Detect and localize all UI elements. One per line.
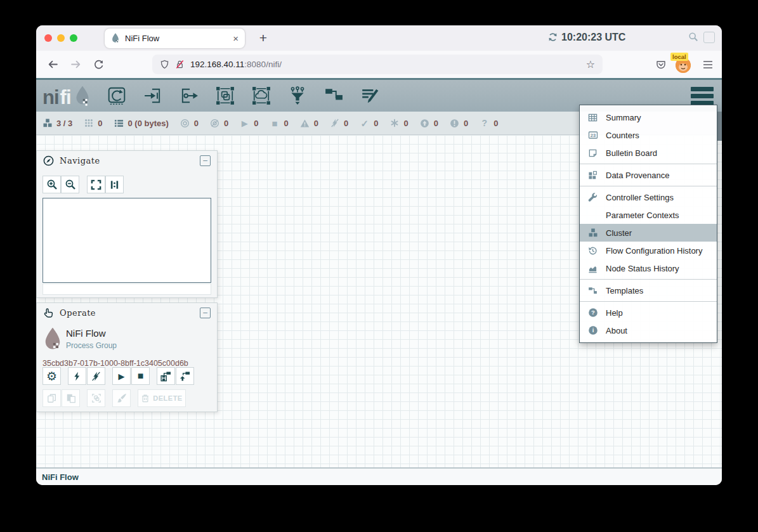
menu-item-counters[interactable]: 23 Counters	[580, 126, 717, 144]
navigate-palette: Navigate –	[36, 150, 218, 298]
funnel-component[interactable]	[288, 86, 308, 106]
locally-modified-count: 0	[403, 119, 408, 128]
last-refresh-time: 10:20:23 UTC	[561, 32, 625, 43]
traffic-lights	[44, 34, 77, 42]
stale-status: 0	[419, 119, 438, 128]
refresh-icon[interactable]	[547, 32, 558, 42]
menu-item-summary[interactable]: Summary	[580, 108, 717, 126]
forward-button[interactable]	[68, 56, 84, 72]
threads-count: 0	[98, 119, 102, 128]
summary-table-icon	[587, 113, 598, 122]
global-menu: Summary 23 Counters Bulletin Board Data …	[579, 105, 717, 343]
output-port-component[interactable]	[180, 86, 199, 106]
up-to-date-status: ✓ 0	[359, 119, 378, 128]
search-icon[interactable]	[688, 32, 698, 42]
operate-buttons-row1: ⚙ ▶ ■	[42, 367, 194, 385]
label-component[interactable]	[360, 86, 380, 106]
running-status: ▶ 0	[239, 119, 258, 128]
bolt-slash-icon	[91, 372, 101, 381]
bulletin-indicator[interactable]	[703, 32, 715, 43]
menu-item-data-provenance[interactable]: Data Provenance	[580, 166, 717, 184]
sync-failure-question-icon: ?	[479, 119, 490, 127]
component-toolbar	[107, 86, 380, 106]
nifi-logo-text-fi: fi	[60, 89, 71, 107]
paste-button[interactable]	[62, 389, 80, 407]
birdseye-view[interactable]	[42, 198, 211, 283]
nifi-logo-text-ni: ni	[42, 89, 59, 107]
menu-item-label: Help	[606, 308, 623, 318]
tab-close-icon[interactable]: ×	[233, 34, 239, 43]
selected-component-name: NiFi Flow	[66, 328, 106, 339]
trash-icon	[141, 394, 150, 403]
menu-item-label: Templates	[606, 286, 643, 295]
sync-failure-count: 0	[493, 119, 498, 128]
global-menu-button[interactable]	[691, 87, 714, 105]
menu-item-help[interactable]: ? Help	[580, 304, 717, 321]
menu-item-label: Controller Settings	[606, 193, 674, 202]
start-button[interactable]: ▶	[112, 367, 131, 385]
zoom-out-button[interactable]	[61, 176, 79, 193]
browser-tab[interactable]: NiFi Flow ×	[105, 29, 245, 48]
zoom-window-button[interactable]	[70, 34, 77, 42]
stop-button[interactable]: ■	[131, 367, 150, 385]
stopped-status: ■ 0	[270, 119, 289, 128]
transmitting-status: 0	[180, 119, 199, 128]
breadcrumb[interactable]: NiFi Flow	[42, 472, 79, 482]
zoom-actual-size-button[interactable]	[105, 176, 124, 193]
menu-item-templates[interactable]: Templates	[580, 282, 717, 299]
birdseye-brush[interactable]	[42, 283, 211, 295]
navigate-collapse-button[interactable]: –	[200, 155, 211, 166]
menu-item-cluster[interactable]: Cluster	[580, 224, 717, 242]
menu-item-flow-configuration-history[interactable]: Flow Configuration History	[580, 242, 717, 259]
bolt-icon	[72, 372, 82, 381]
menu-item-controller-settings[interactable]: Controller Settings	[580, 188, 717, 206]
zoom-fit-button[interactable]	[87, 176, 105, 193]
brush-icon	[117, 393, 127, 403]
enable-button[interactable]	[68, 367, 86, 385]
help-icon: ?	[587, 308, 598, 318]
threads-icon	[83, 119, 94, 127]
reload-button[interactable]	[91, 56, 107, 72]
running-count: 0	[254, 119, 258, 128]
profile-badge: local	[670, 53, 688, 61]
input-port-component[interactable]	[143, 86, 163, 106]
menu-item-about[interactable]: i About	[580, 321, 717, 339]
menu-item-label: Node Status History	[606, 264, 679, 273]
copy-button[interactable]	[42, 389, 61, 407]
up-to-date-check-icon: ✓	[359, 119, 370, 128]
play-icon: ▶	[119, 372, 125, 380]
menu-item-bulletin-board[interactable]: Bulletin Board	[580, 144, 717, 162]
processor-component[interactable]	[107, 86, 127, 106]
up-to-date-count: 0	[374, 119, 378, 128]
disable-button[interactable]	[87, 367, 105, 385]
template-component[interactable]	[324, 86, 344, 106]
remote-process-group-component[interactable]	[252, 86, 271, 106]
bookmark-star-icon[interactable]: ☆	[586, 58, 595, 70]
firefox-menu-icon[interactable]	[700, 56, 716, 72]
menu-item-node-status-history[interactable]: Node Status History	[580, 259, 717, 277]
fill-color-button[interactable]	[112, 389, 131, 407]
back-button[interactable]	[45, 56, 61, 72]
stale-arrow-icon	[419, 119, 430, 128]
upload-template-button[interactable]	[176, 367, 194, 385]
operate-collapse-button[interactable]: –	[200, 308, 211, 318]
save-template-button[interactable]	[157, 367, 175, 385]
minimize-window-button[interactable]	[57, 34, 65, 42]
group-button[interactable]	[87, 389, 105, 407]
close-window-button[interactable]	[44, 34, 52, 42]
pocket-icon[interactable]	[653, 56, 669, 72]
delete-button[interactable]: DELETE	[138, 389, 186, 407]
configure-button[interactable]: ⚙	[42, 367, 61, 385]
url-bar[interactable]: 192.168.40.11:8080/nifi/ ☆	[152, 55, 603, 74]
active-threads-status: 0	[83, 119, 102, 128]
upload-template-icon	[180, 371, 190, 382]
menu-item-parameter-contexts[interactable]: Parameter Contexts	[580, 206, 717, 224]
insecure-lock-icon[interactable]	[175, 60, 185, 69]
tracking-shield-icon[interactable]	[160, 60, 169, 69]
process-group-component[interactable]	[216, 86, 235, 106]
url-host: 192.168.40.11	[190, 60, 244, 69]
zoom-in-button[interactable]	[42, 176, 61, 193]
new-tab-button[interactable]: +	[254, 29, 272, 47]
svg-text:i: i	[592, 327, 594, 334]
menu-item-label: Summary	[606, 113, 641, 122]
